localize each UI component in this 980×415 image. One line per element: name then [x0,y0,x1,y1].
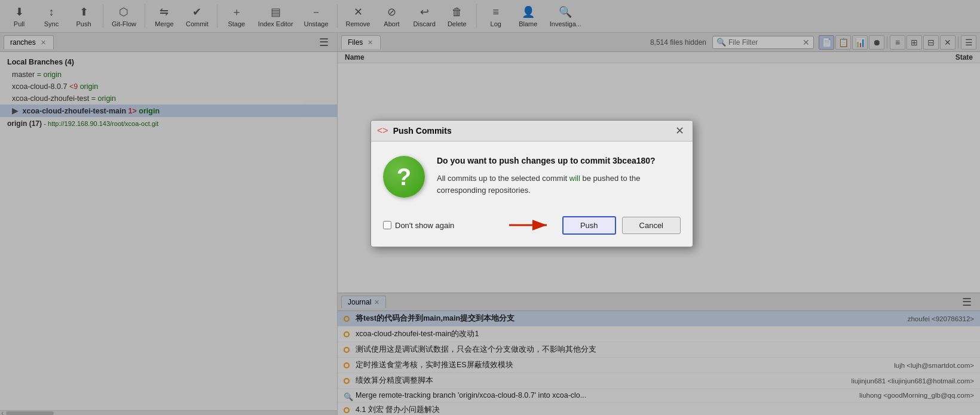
dialog-checkbox-area: Don't show again [383,221,500,230]
push-dialog: <> Push Commits ✕ ? Do you want to push … [370,120,693,247]
dialog-title: Push Commits [393,126,668,136]
dialog-sub-text: All commits up to the selected commit wi… [437,173,681,196]
dialog-body: ? Do you want to push changes up to comm… [371,142,693,207]
dialog-close-button[interactable]: ✕ [673,124,687,137]
dialog-question-icon: ? [383,156,425,198]
dialog-text-area: Do you want to push changes up to commit… [437,156,681,196]
cancel-button[interactable]: Cancel [622,217,681,234]
modal-overlay: <> Push Commits ✕ ? Do you want to push … [0,0,980,415]
push-arrow-indicator [506,213,554,237]
dialog-titlebar: <> Push Commits ✕ [371,121,693,142]
dialog-footer: Don't show again Push Cancel [371,207,693,247]
dialog-git-icon: <> [377,125,388,136]
push-confirm-button[interactable]: Push [562,216,616,235]
dont-show-again-label: Don't show again [395,221,454,230]
dialog-main-text: Do you want to push changes up to commit… [437,156,681,165]
dont-show-again-checkbox[interactable] [383,221,391,229]
